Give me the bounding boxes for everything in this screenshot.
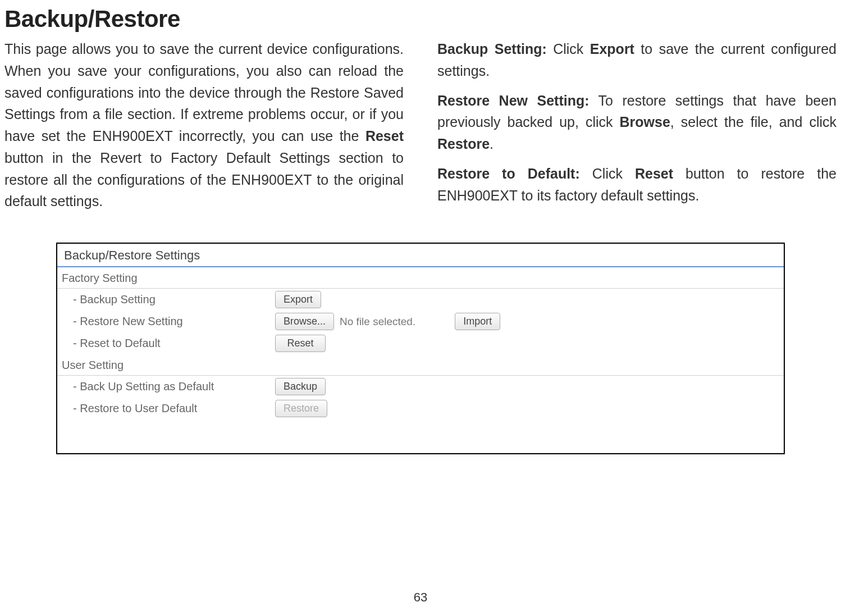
restore-user-label: - Restore to User Default (73, 402, 275, 415)
browse-button[interactable]: Browse... (275, 313, 334, 330)
reset-word: Reset (365, 128, 404, 144)
backup-setting-a: Click (547, 41, 590, 57)
backup-setting-para: Backup Setting: Click Export to save the… (437, 38, 837, 82)
intro-text-b: button in the Revert to Factory Default … (4, 150, 404, 209)
restore-default-label: Restore to Default: (437, 166, 580, 181)
backup-button[interactable]: Backup (275, 378, 326, 395)
restore-word: Restore (437, 136, 490, 152)
restore-default-para: Restore to Default: Click Reset button t… (437, 163, 837, 207)
import-button[interactable]: Import (455, 313, 500, 330)
reset-default-row: - Reset to Default Reset (57, 332, 784, 354)
restore-new-label: Restore New Setting: (437, 93, 589, 108)
restore-new-row: - Restore New Setting Browse... No file … (57, 311, 784, 332)
export-word: Export (590, 41, 634, 57)
page-number: 63 (0, 590, 841, 605)
restore-default-a: Click (580, 166, 635, 181)
intro-text-a: This page allows you to save the current… (4, 41, 404, 144)
browse-word: Browse (620, 114, 670, 130)
panel-title: Backup/Restore Settings (57, 244, 784, 267)
backup-setting-label: Backup Setting: (437, 41, 547, 57)
reset-word-2: Reset (635, 166, 673, 181)
backup-setting-row-label: - Backup Setting (73, 293, 275, 306)
restore-new-b: , select the file, and click (670, 114, 837, 130)
intro-paragraph: This page allows you to save the current… (4, 38, 404, 212)
export-button[interactable]: Export (275, 291, 321, 308)
restore-new-c: . (490, 136, 493, 152)
backup-setting-row: - Backup Setting Export (57, 289, 784, 311)
restore-new-para: Restore New Setting: To restore settings… (437, 90, 837, 155)
reset-default-row-label: - Reset to Default (73, 337, 275, 350)
factory-setting-header: Factory Setting (57, 267, 784, 289)
backup-restore-panel: Backup/Restore Settings Factory Setting … (56, 243, 785, 454)
left-column: This page allows you to save the current… (4, 38, 404, 220)
reset-button[interactable]: Reset (275, 335, 326, 352)
user-setting-header: User Setting (57, 354, 784, 376)
text-columns: This page allows you to save the current… (0, 38, 841, 220)
restore-button[interactable]: Restore (275, 400, 327, 417)
backup-as-default-label: - Back Up Setting as Default (73, 380, 275, 393)
panel-body: Factory Setting - Backup Setting Export … (57, 267, 784, 453)
page-title: Backup/Restore (4, 6, 841, 33)
backup-as-default-row: - Back Up Setting as Default Backup (57, 376, 784, 398)
restore-user-row: - Restore to User Default Restore (57, 398, 784, 419)
restore-new-row-label: - Restore New Setting (73, 315, 275, 328)
right-column: Backup Setting: Click Export to save the… (437, 38, 837, 220)
no-file-text: No file selected. (340, 316, 415, 328)
